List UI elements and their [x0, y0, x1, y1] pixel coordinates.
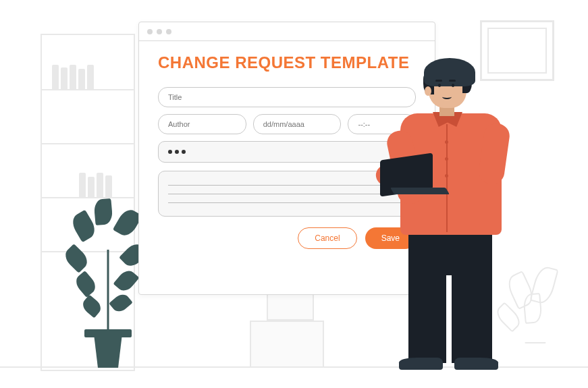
password-dots-icon: [168, 150, 406, 154]
date-input[interactable]: [253, 114, 342, 134]
cancel-button[interactable]: Cancel: [298, 227, 356, 249]
author-input[interactable]: [158, 114, 246, 134]
laptop-icon: [380, 157, 448, 202]
password-section[interactable]: [158, 141, 416, 163]
window-titlebar: [139, 22, 435, 41]
window-control-dot[interactable]: [147, 29, 153, 34]
person-illustration: [387, 53, 515, 370]
background-box: [250, 321, 324, 368]
window-control-dot[interactable]: [157, 29, 162, 34]
window-control-dot[interactable]: [166, 29, 171, 34]
form-title: CHANGE REQUEST TEMPLATE: [158, 53, 416, 72]
title-input[interactable]: [158, 87, 416, 107]
